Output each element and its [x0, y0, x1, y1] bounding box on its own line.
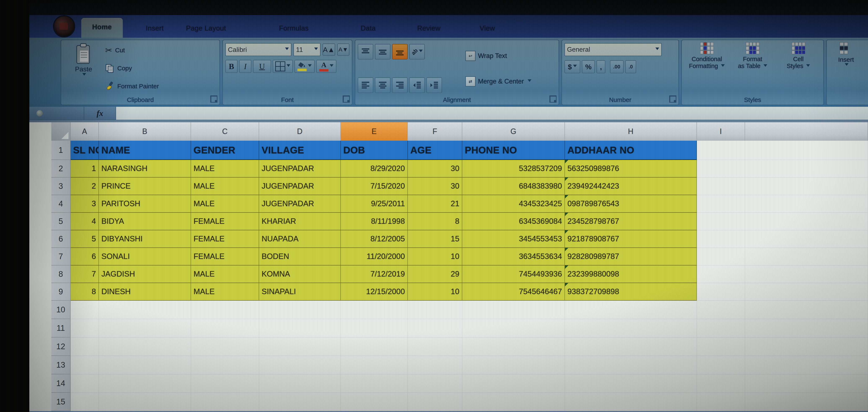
cell-empty[interactable] — [70, 338, 99, 356]
column-header-i[interactable]: I — [697, 122, 745, 141]
row-header-15[interactable]: 15 — [51, 393, 70, 411]
cell-empty[interactable] — [697, 265, 745, 283]
tab-formulas[interactable]: Formulas — [279, 24, 309, 32]
column-header-f[interactable]: F — [408, 122, 462, 141]
cell-empty[interactable] — [408, 319, 462, 338]
row-header-6[interactable]: 6 — [51, 230, 70, 248]
underline-button[interactable]: U — [253, 60, 271, 73]
cell-empty[interactable] — [70, 393, 99, 411]
cell-empty[interactable] — [565, 319, 697, 338]
cell-phone[interactable]: 7454493936 — [462, 265, 565, 283]
cell-phone[interactable]: 4345323425 — [462, 195, 565, 213]
cell-empty[interactable] — [697, 319, 745, 338]
cell-aadhaar[interactable]: 234528798767 — [565, 213, 697, 230]
cell-empty[interactable] — [697, 178, 745, 195]
align-left-button[interactable] — [358, 77, 373, 93]
cell-empty[interactable] — [408, 393, 462, 411]
cell-name[interactable]: DINESH — [99, 283, 191, 300]
cell-phone[interactable]: 6345369084 — [462, 213, 565, 230]
tab-page-layout[interactable]: Page Layout — [186, 24, 226, 32]
row-header-3[interactable]: 3 — [51, 178, 70, 195]
tab-insert[interactable]: Insert — [146, 24, 164, 32]
cell-name[interactable]: JAGDISH — [99, 265, 191, 283]
cell-empty[interactable] — [697, 160, 745, 178]
header-cell-gender[interactable]: GENDER — [191, 141, 259, 160]
cell-gender[interactable]: FEMALE — [191, 213, 259, 230]
cell-gender[interactable]: FEMALE — [191, 230, 259, 248]
comma-button[interactable]: , — [596, 60, 605, 73]
cell-aadhaar[interactable]: 928280989787 — [565, 248, 697, 265]
cell-empty[interactable] — [408, 300, 462, 319]
cell-styles-button[interactable]: Cell Styles — [776, 42, 821, 94]
row-header-12[interactable]: 12 — [51, 338, 70, 356]
cell-dob[interactable]: 7/15/2020 — [341, 178, 408, 195]
row-header-8[interactable]: 8 — [51, 265, 70, 283]
cell-age[interactable]: 10 — [408, 283, 462, 300]
cell-empty[interactable] — [565, 374, 697, 393]
increase-indent-button[interactable] — [427, 77, 442, 93]
cell-village[interactable]: KHARIAR — [259, 213, 341, 230]
cell-sl[interactable]: 1 — [70, 160, 99, 178]
cell-aadhaar[interactable]: 938372709898 — [565, 283, 697, 300]
cell-village[interactable]: JUGENPADAR — [259, 195, 341, 213]
cell-empty[interactable] — [408, 374, 462, 393]
cell-empty[interactable] — [697, 393, 745, 411]
cell-empty[interactable] — [341, 393, 408, 411]
cell-empty[interactable] — [462, 393, 565, 411]
header-cell-age[interactable]: AGE — [408, 141, 462, 160]
tab-data[interactable]: Data — [361, 24, 376, 32]
cell-empty[interactable] — [191, 300, 259, 319]
borders-button[interactable] — [273, 60, 293, 73]
cell-empty[interactable] — [462, 356, 565, 374]
cell-empty[interactable] — [341, 374, 408, 393]
cell-age[interactable]: 30 — [408, 178, 462, 195]
cell-empty[interactable] — [462, 338, 565, 356]
decrease-decimal-button[interactable]: .0 — [625, 60, 636, 73]
row-header-11[interactable]: 11 — [51, 319, 70, 338]
cell-aadhaar[interactable]: 563250989876 — [565, 160, 697, 178]
cell-empty[interactable] — [70, 319, 99, 338]
copy-button[interactable]: Copy — [105, 62, 217, 74]
cell-empty[interactable] — [191, 374, 259, 393]
number-dialog-launcher[interactable] — [669, 95, 676, 103]
header-cell-village[interactable]: VILLAGE — [259, 141, 341, 160]
cell-empty[interactable] — [697, 374, 745, 393]
cell-empty[interactable] — [565, 356, 697, 374]
cell-empty[interactable] — [70, 356, 99, 374]
cell-empty[interactable] — [462, 300, 565, 319]
row-header-4[interactable]: 4 — [51, 195, 70, 213]
cell-village[interactable]: JUGENPADAR — [259, 178, 341, 195]
row-header-10[interactable]: 10 — [51, 300, 70, 319]
office-button[interactable] — [54, 16, 74, 36]
cell-name[interactable]: SONALI — [99, 248, 191, 265]
cell-empty[interactable] — [99, 393, 191, 411]
font-dialog-launcher[interactable] — [343, 95, 350, 103]
row-header-1[interactable]: 1 — [51, 141, 70, 160]
row-header-7[interactable]: 7 — [51, 248, 70, 265]
align-bottom-button[interactable] — [392, 44, 408, 59]
column-header-e-selected[interactable]: E — [341, 122, 408, 141]
cell-village[interactable]: SINAPALI — [259, 283, 341, 300]
cell-empty[interactable] — [70, 374, 99, 393]
cell-empty[interactable] — [565, 338, 697, 356]
cell-empty[interactable] — [99, 374, 191, 393]
cell-empty[interactable] — [462, 319, 565, 338]
row-header-13[interactable]: 13 — [51, 356, 70, 374]
tab-home[interactable]: Home — [81, 18, 123, 38]
cell-empty[interactable] — [259, 319, 341, 338]
cell-aadhaar[interactable]: 098789876543 — [565, 195, 697, 213]
cell-empty[interactable] — [191, 319, 259, 338]
cell-empty[interactable] — [259, 356, 341, 374]
italic-button[interactable]: I — [239, 60, 251, 73]
cell-empty[interactable] — [70, 300, 99, 319]
cell-empty[interactable] — [408, 338, 462, 356]
cell-sl[interactable]: 6 — [70, 248, 99, 265]
cell-aadhaar[interactable]: 921878908767 — [565, 230, 697, 248]
tab-view[interactable]: View — [480, 24, 495, 32]
cell-sl[interactable]: 5 — [70, 230, 99, 248]
cell-phone[interactable]: 5328537209 — [462, 160, 565, 178]
align-right-button[interactable] — [392, 77, 408, 93]
cell-phone[interactable]: 6848383980 — [462, 178, 565, 195]
cell-name[interactable]: BIDYA — [99, 213, 191, 230]
row-header-14[interactable]: 14 — [51, 374, 70, 393]
